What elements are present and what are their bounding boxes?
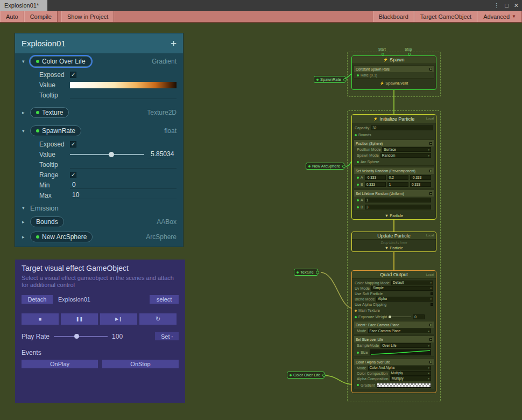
rate-input-port[interactable]: [357, 74, 359, 76]
set-size-over-life-block[interactable]: Set Size over Life SampleMode Over Life▾…: [354, 335, 434, 357]
spawn-node[interactable]: ⚡ Spawn Constant Spawn Rate Rate (0.1) ⚡…: [351, 55, 436, 90]
quad-output-node[interactable]: Quad Output Local Color Mapping Mode Def…: [351, 270, 436, 393]
range-checkbox[interactable]: [70, 172, 76, 178]
block-enable-checkbox[interactable]: [429, 68, 432, 71]
restart-button[interactable]: ↻: [139, 313, 177, 325]
close-icon[interactable]: ✕: [514, 2, 519, 9]
spawn-mode-dropdown[interactable]: Random▾: [380, 153, 431, 158]
lifetime-b-input-port[interactable]: [357, 206, 359, 208]
chevron-right-icon[interactable]: ▸: [22, 110, 30, 115]
parameter-node-new-arcsphere[interactable]: New ArcSphere: [306, 163, 344, 170]
blackboard-toggle-button[interactable]: Blackboard: [373, 11, 414, 22]
auto-button[interactable]: Auto: [0, 11, 24, 22]
velocity-a-input-port[interactable]: [357, 177, 359, 179]
update-particle-output-port[interactable]: ▼ Particle: [352, 245, 436, 251]
gradient-input-port[interactable]: [357, 384, 359, 386]
block-enable-checkbox[interactable]: [429, 170, 432, 172]
block-enable-checkbox[interactable]: [429, 192, 432, 195]
blackboard-property-color-over-life[interactable]: Color Over Life: [30, 56, 91, 67]
capacity-field[interactable]: 32: [371, 125, 433, 130]
blackboard-property-new-arcsphere[interactable]: New ArcSphere: [30, 232, 93, 242]
velocity-b-input-port[interactable]: [357, 184, 359, 186]
show-in-project-button[interactable]: Show in Project: [61, 11, 114, 22]
space-indicator[interactable]: Local: [426, 117, 434, 120]
orient-block[interactable]: Orient : Face Camera Plane Mode Face Cam…: [354, 321, 434, 334]
velocity-b-y-field[interactable]: 1: [387, 182, 408, 187]
play-rate-value[interactable]: 100: [112, 333, 130, 340]
pause-button[interactable]: ❚❚: [61, 313, 98, 325]
position-mode-dropdown[interactable]: Surface▾: [382, 147, 431, 152]
alpha-clipping-checkbox[interactable]: [431, 303, 433, 306]
block-enable-checkbox[interactable]: [429, 361, 432, 363]
advanced-dropdown-button[interactable]: Advanced ▼: [477, 11, 522, 22]
compile-button[interactable]: Compile: [24, 11, 58, 22]
spawn-stop-port[interactable]: [408, 53, 411, 55]
chevron-down-icon[interactable]: ▾: [22, 205, 30, 211]
velocity-b-x-field[interactable]: 0.333: [365, 182, 386, 187]
set-rate-button[interactable]: Set ▾: [155, 332, 179, 340]
velocity-a-y-field[interactable]: 0.2: [387, 175, 408, 180]
lifetime-b-field[interactable]: 3: [365, 205, 431, 209]
velocity-a-z-field[interactable]: -0.333: [410, 175, 431, 180]
target-gameobject-toggle-button[interactable]: Target GameObject: [414, 11, 477, 22]
alpha-composition-dropdown[interactable]: Multiply▾: [390, 376, 431, 381]
tooltip-field[interactable]: [70, 91, 177, 99]
set-velocity-random-block[interactable]: Set Velocity Random (Per-component) A -0…: [354, 167, 434, 188]
gradient-value-field[interactable]: [70, 82, 177, 88]
edge-colorlife-to-gradient[interactable]: [323, 375, 354, 384]
constant-spawn-rate-block[interactable]: Constant Spawn Rate Rate (0.1): [354, 65, 434, 79]
blackboard-property-spawnrate[interactable]: SpawnRate: [30, 125, 81, 136]
maximize-icon[interactable]: □: [505, 2, 509, 9]
exposed-checkbox[interactable]: [70, 141, 76, 148]
exposure-weight-field[interactable]: 0: [413, 314, 425, 319]
play-rate-slider[interactable]: [54, 336, 108, 337]
exposed-checkbox[interactable]: [70, 72, 76, 78]
blackboard-property-bounds[interactable]: Bounds: [30, 216, 64, 227]
lifetime-a-input-port[interactable]: [357, 199, 359, 201]
step-button[interactable]: ▶❙: [100, 313, 137, 325]
block-enable-checkbox[interactable]: [429, 324, 432, 326]
exposure-weight-slider[interactable]: [389, 317, 411, 317]
uv-mode-dropdown[interactable]: Simple▾: [371, 286, 433, 291]
window-tab[interactable]: Explosion01*: [0, 0, 47, 11]
select-button[interactable]: select: [150, 295, 179, 304]
color-mode-dropdown[interactable]: Color And Alpha▾: [368, 366, 431, 370]
color-alpha-over-life-block[interactable]: Color / Alpha over Life Mode Color And A…: [354, 358, 434, 389]
block-enable-checkbox[interactable]: [429, 338, 432, 341]
size-curve-field[interactable]: [370, 349, 431, 355]
value-slider[interactable]: [70, 154, 144, 155]
space-indicator[interactable]: Local: [426, 273, 434, 276]
exposure-weight-input-port[interactable]: [355, 316, 357, 318]
bounds-input-port[interactable]: [355, 134, 357, 136]
update-particle-node[interactable]: Update Particle Local Drop blocks here ▼…: [351, 232, 436, 252]
orient-mode-dropdown[interactable]: Face Camera Plane▾: [368, 328, 431, 333]
color-mapping-dropdown[interactable]: Default▾: [391, 281, 433, 285]
max-field[interactable]: 10: [70, 191, 177, 199]
gradient-field[interactable]: [377, 383, 431, 388]
detach-button[interactable]: Detach: [22, 295, 53, 304]
arc-sphere-input-port[interactable]: [357, 161, 359, 163]
initialize-particle-output-port[interactable]: ▼ Particle: [352, 212, 436, 219]
spawn-event-output-port[interactable]: ⚡ SpawnEvent: [352, 80, 436, 87]
main-texture-input-port[interactable]: [355, 310, 357, 312]
tooltip-field[interactable]: [70, 160, 177, 169]
parameter-node-spawnrate[interactable]: SpawnRate: [314, 76, 345, 83]
chevron-right-icon[interactable]: ▸: [22, 234, 30, 240]
menu-icon[interactable]: ⋮: [493, 2, 499, 9]
initialize-particle-node[interactable]: ⚡ Initialize Particle Local Capacity 32 …: [351, 114, 436, 220]
parameter-node-texture[interactable]: Texture: [294, 269, 318, 276]
add-property-button[interactable]: +: [171, 38, 177, 50]
chevron-down-icon[interactable]: ▾: [22, 128, 30, 134]
blend-mode-dropdown[interactable]: Alpha▾: [376, 297, 433, 302]
size-input-port[interactable]: [357, 352, 359, 354]
sample-mode-dropdown[interactable]: Over Life▾: [380, 343, 431, 348]
parameter-node-color-over-life[interactable]: Color Over Life: [287, 372, 325, 379]
min-field[interactable]: 0: [70, 181, 177, 189]
onstop-button[interactable]: OnStop: [102, 360, 179, 368]
position-sphere-block[interactable]: Position (Sphere) Position Mode Surface▾…: [354, 139, 434, 166]
block-enable-checkbox[interactable]: [429, 142, 432, 145]
lifetime-a-field[interactable]: 1: [365, 198, 431, 202]
spawn-start-port[interactable]: [382, 53, 384, 55]
blackboard-property-texture[interactable]: Texture: [30, 107, 69, 118]
stop-button[interactable]: ■: [22, 313, 59, 325]
